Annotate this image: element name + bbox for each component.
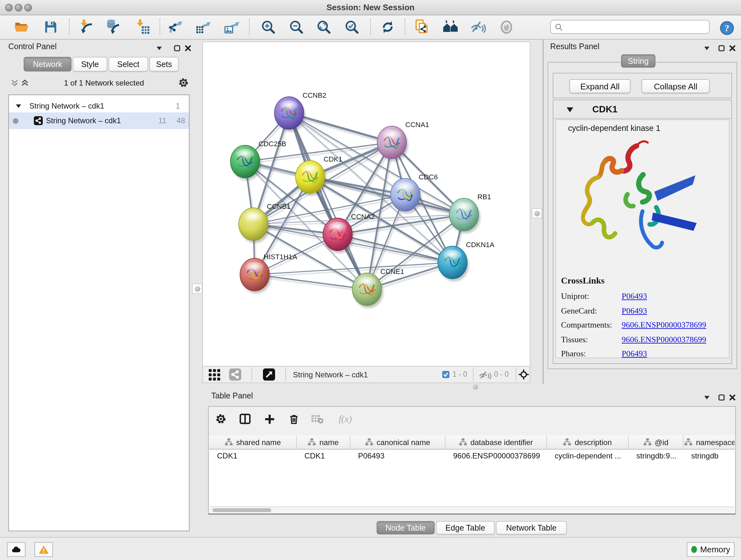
tab-edge-table[interactable]: Edge Table [436, 521, 495, 535]
tab-select[interactable]: Select [109, 57, 148, 71]
column-header-database-identifier[interactable]: database identifier [446, 435, 547, 449]
column-header-shared-name[interactable]: shared name [209, 435, 297, 449]
column-header--id[interactable]: @id [629, 435, 684, 449]
table-panel-title: Table Panel [211, 391, 253, 400]
gene-card-expander-icon[interactable] [566, 107, 574, 113]
grid-view-icon[interactable] [209, 369, 220, 381]
tab-node-table[interactable]: Node Table [377, 521, 434, 535]
column-header-namespace[interactable]: namespace [684, 435, 735, 449]
column-type-icon [365, 438, 374, 446]
table-row[interactable]: CDK1CDK1P064939606.ENSP00000378699cyclin… [209, 449, 735, 462]
table-panel-splitter-handle[interactable] [470, 384, 481, 390]
selected-checkbox-icon[interactable] [442, 371, 449, 378]
control-panel-tabs: NetworkStyleSelectSets [23, 57, 180, 71]
warnings-button[interactable] [35, 542, 53, 557]
toolbar-separator [159, 18, 160, 35]
results-panel-splitter-handle[interactable] [532, 208, 542, 219]
table-panel-maximize-icon[interactable] [718, 394, 725, 401]
tab-network-table[interactable]: Network Table [496, 521, 567, 535]
zoom-fit-button[interactable] [314, 17, 333, 37]
share-document-button[interactable] [412, 17, 431, 37]
home-button[interactable] [441, 17, 460, 37]
import-network-from-database-button[interactable] [104, 17, 123, 37]
tab-style[interactable]: Style [73, 57, 107, 71]
collapse-all-button[interactable]: Collapse All [642, 79, 710, 93]
node-gloss-highlight [396, 182, 414, 193]
node-gloss-highlight [383, 130, 401, 140]
column-type-icon [684, 438, 693, 446]
network-node-ccnb2[interactable]: CCNB2 [274, 91, 327, 132]
collection-label: String Network – cdk1 [29, 101, 105, 110]
scrollbar-thumb[interactable] [212, 508, 271, 512]
network-row-selected[interactable]: String Network – cdk1 11 48 [9, 112, 189, 129]
collection-expander-icon[interactable] [15, 103, 22, 109]
houses-icon [442, 18, 459, 35]
string-network-icon[interactable] [229, 368, 241, 381]
expand-all-button[interactable]: Expand All [569, 79, 630, 93]
hide-selection-button[interactable] [468, 17, 488, 37]
network-options-gear-icon[interactable] [178, 77, 189, 88]
import-network-button[interactable] [77, 17, 96, 37]
tab-sets[interactable]: Sets [149, 57, 179, 71]
open-session-button[interactable] [12, 17, 31, 37]
crosslink-link[interactable]: P06493 [622, 292, 647, 302]
zoom-selected-button[interactable] [342, 17, 361, 37]
network-node-ccna1[interactable]: CCNA1 [377, 121, 429, 161]
preview-sphere-button[interactable] [496, 17, 516, 37]
zoom-in-button[interactable] [259, 17, 278, 37]
refresh-network-button[interactable] [378, 17, 397, 37]
save-session-button[interactable] [41, 17, 60, 37]
network-node-rb1[interactable]: RB1 [449, 193, 491, 233]
control-panel-maximize-icon[interactable] [174, 45, 181, 52]
delete-column-trash-icon[interactable] [287, 413, 300, 425]
show-columns-icon[interactable] [239, 413, 252, 425]
create-column-plus-icon[interactable] [263, 413, 276, 425]
results-panel-float-icon[interactable] [703, 45, 711, 52]
table-panel-float-icon[interactable] [703, 394, 711, 401]
zoom-out-button[interactable] [286, 17, 306, 37]
search-input[interactable] [565, 22, 705, 32]
column-header-name[interactable]: name [297, 435, 350, 449]
toolbar-separator [285, 368, 286, 381]
network-collection-row[interactable]: String Network – cdk1 1 [9, 99, 189, 112]
crosslink-link[interactable]: 9606.ENSP00000378699 [622, 320, 706, 330]
network-node-cdkn1a[interactable]: CDKN1A [438, 241, 495, 281]
crosslink-link[interactable]: P06493 [622, 349, 647, 359]
table-settings-gear-icon[interactable] [214, 413, 227, 425]
fit-move-crosshair-icon[interactable] [518, 369, 529, 380]
import-table-button[interactable] [133, 17, 152, 37]
eye-slash-wave-icon [470, 18, 486, 35]
results-panel-maximize-icon[interactable] [718, 45, 725, 52]
cloud-status-button[interactable] [7, 542, 25, 557]
help-button[interactable]: ? [718, 18, 737, 38]
network-graph[interactable]: CCNB2CCNA1CDC25BCDK1CDC6RB1CCNB1CCNA2CDK… [203, 42, 530, 366]
table-panel-close-icon[interactable] [729, 394, 736, 401]
memory-button-label: Memory [700, 545, 730, 554]
crosslink-link[interactable]: P06493 [622, 306, 647, 316]
tab-string[interactable]: String [621, 54, 656, 68]
column-header-label: shared name [236, 438, 281, 447]
expand-all-icon[interactable] [20, 78, 29, 87]
table-header-row: shared namenamecanonical namedatabase id… [209, 435, 735, 449]
export-network-button[interactable] [166, 17, 185, 37]
control-panel-float-icon[interactable] [156, 45, 163, 52]
export-table-button[interactable] [193, 17, 212, 37]
crosslink-link[interactable]: 9606.ENSP00000378699 [622, 334, 706, 345]
results-panel-close-icon[interactable] [729, 45, 736, 52]
network-node-hist1h1a[interactable]: HIST1H1A [240, 253, 297, 294]
control-panel-splitter-handle[interactable] [192, 284, 202, 294]
gene-card-header[interactable]: CDK1 [553, 100, 731, 119]
selected-nodes-edges-counter: 1 - 0 [453, 370, 467, 378]
table-cell: cyclin-dependent ... [547, 451, 629, 460]
tab-network[interactable]: Network [23, 57, 71, 71]
export-image-button[interactable] [222, 17, 241, 37]
column-header-canonical-name[interactable]: canonical name [350, 435, 446, 449]
network-edge[interactable] [289, 113, 367, 289]
collapse-all-icon[interactable] [10, 78, 19, 87]
birdseye-view-icon[interactable] [263, 368, 275, 381]
memory-button[interactable]: Memory [687, 542, 735, 557]
node-gloss-highlight [236, 149, 254, 160]
network-row-label: String Network – cdk1 [46, 116, 121, 125]
control-panel-close-icon[interactable] [185, 45, 192, 52]
column-header-description[interactable]: description [547, 435, 629, 449]
